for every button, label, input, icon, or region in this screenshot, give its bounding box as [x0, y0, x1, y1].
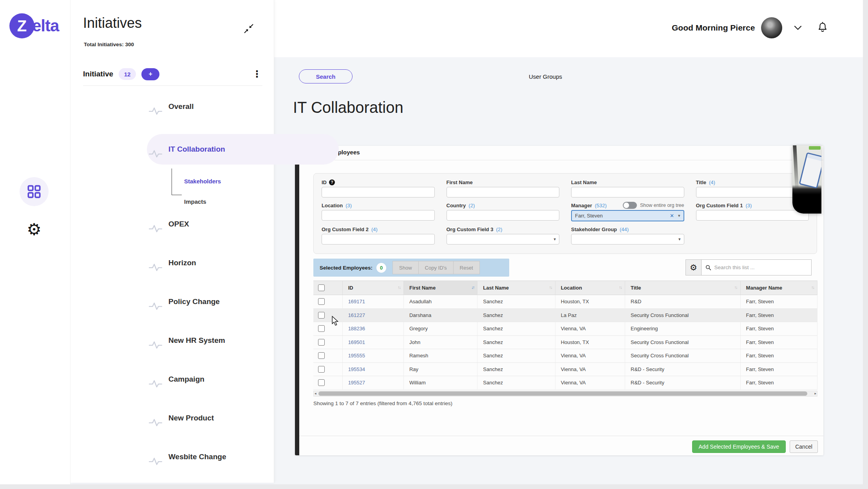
- list-search-input[interactable]: [714, 264, 807, 270]
- select-employees-card: Select Employees ID ? First Name Last Na…: [295, 146, 823, 455]
- id-input[interactable]: [322, 187, 435, 197]
- org-custom-field-3-select[interactable]: [447, 234, 560, 244]
- user-groups-tab[interactable]: User Groups: [529, 73, 562, 80]
- sidebar-item-new-hr-system[interactable]: New HR System: [149, 332, 333, 349]
- sidebar-item-label: OPEX: [168, 220, 189, 228]
- location-input[interactable]: [322, 210, 435, 221]
- footer-divider: [299, 436, 823, 436]
- add-initiative-button[interactable]: +: [141, 68, 159, 80]
- selected-count-badge: 0: [376, 263, 386, 273]
- page-vertical-scrollbar[interactable]: [863, 0, 868, 489]
- sidebar-item-wesbite-change[interactable]: Wesbite Change: [149, 448, 333, 465]
- table-horizontal-scrollbar[interactable]: ◂ ▸: [313, 391, 817, 397]
- sidebar-divider: [83, 85, 262, 86]
- settings-button[interactable]: ⚙: [20, 215, 49, 244]
- employee-id-link[interactable]: 188236: [342, 322, 403, 336]
- field-count-link[interactable]: (4): [709, 179, 715, 185]
- sort-icon: ↑↓: [734, 285, 737, 290]
- field-last-name: Last Name: [571, 179, 684, 197]
- col-last-name[interactable]: Last Name↑↓: [477, 281, 555, 295]
- scroll-right-arrow[interactable]: ▸: [814, 391, 816, 395]
- apps-grid-button[interactable]: [20, 177, 49, 206]
- table-settings-button[interactable]: ⚙: [685, 259, 701, 275]
- pulse-icon: [149, 418, 162, 427]
- sidebar-subitem-stakeholders[interactable]: Stakeholders: [184, 176, 221, 186]
- field-count-link[interactable]: (532): [595, 203, 606, 208]
- sidebar-item-opex[interactable]: OPEX: [149, 216, 333, 233]
- initiative-count-badge: 12: [119, 68, 136, 80]
- col-title[interactable]: Title↑↓: [625, 281, 741, 295]
- field-count-link[interactable]: (44): [620, 226, 629, 232]
- employee-id-link[interactable]: 195534: [342, 362, 403, 376]
- col-manager-name[interactable]: Manager Name↑↓: [740, 281, 817, 295]
- table-row[interactable]: 169171 Asadullah Sanchez Houston, TX R&D…: [313, 295, 817, 309]
- org-custom-field-1-input[interactable]: [696, 210, 809, 221]
- field-label: Org Custom Field 3: [447, 226, 494, 232]
- col-first-name[interactable]: First Name↓↑: [403, 281, 477, 295]
- kebab-menu-icon[interactable]: ⋮: [252, 69, 262, 79]
- field-stakeholder-group: Stakeholder Group (44) ▾: [571, 226, 684, 244]
- field-count-link[interactable]: (2): [468, 203, 475, 208]
- sidebar-item-new-product[interactable]: New Product: [149, 409, 333, 427]
- employee-id-link[interactable]: 161227: [342, 308, 403, 322]
- table-row[interactable]: 169501 John Sanchez Houston, TX Security…: [313, 335, 817, 349]
- sidebar-item-label: Horizon: [168, 259, 196, 267]
- field-label: Last Name: [571, 179, 597, 185]
- chevron-down-icon[interactable]: [794, 25, 802, 30]
- sidebar-item-policy-change[interactable]: Policy Change: [149, 293, 333, 310]
- sidebar-item-horizon[interactable]: Horizon: [149, 254, 333, 272]
- col-location[interactable]: Location↑↓: [555, 281, 625, 295]
- employee-id-link[interactable]: 169501: [342, 335, 403, 349]
- toggle-knob: [624, 203, 629, 208]
- search-icon: [705, 264, 711, 271]
- manager-select[interactable]: Farr, Steven ✕ ▾: [571, 210, 684, 221]
- clear-icon[interactable]: ✕: [670, 213, 674, 219]
- col-id[interactable]: ID↑↓: [342, 281, 403, 295]
- sidebar-item-campaign[interactable]: Campaign: [149, 371, 333, 388]
- employee-id-link[interactable]: 195527: [342, 376, 403, 390]
- stakeholder-group-select[interactable]: [571, 234, 684, 244]
- table-row[interactable]: 188236 Gregory Sanchez Vienna, VA Engine…: [313, 322, 817, 336]
- avatar[interactable]: [761, 17, 782, 38]
- field-count-link[interactable]: (4): [371, 226, 378, 232]
- scrollbar-thumb[interactable]: [318, 391, 807, 396]
- table-row[interactable]: 195555 Ramesh Sanchez Vienna, VA Securit…: [313, 349, 817, 363]
- org-custom-field-2-input[interactable]: [322, 234, 435, 244]
- row-checkbox[interactable]: [318, 352, 325, 359]
- zelta-logo[interactable]: Z elta: [9, 13, 59, 38]
- reset-button[interactable]: Reset: [453, 261, 480, 274]
- page-horizontal-scrollbar[interactable]: [0, 484, 868, 489]
- field-label: Location: [322, 203, 343, 208]
- show-button[interactable]: Show: [392, 261, 418, 274]
- field-count-link[interactable]: (2): [496, 226, 502, 232]
- toggle-label: Show entire org tree: [640, 203, 684, 208]
- sidebar-item-it-collaboration[interactable]: IT Collaboration: [149, 141, 333, 158]
- field-count-link[interactable]: (3): [745, 203, 752, 208]
- help-icon[interactable]: ?: [329, 179, 335, 185]
- scroll-left-arrow[interactable]: ◂: [315, 391, 316, 395]
- table-row[interactable]: 161227 Darshana Sanchez La Paz Security …: [313, 308, 817, 322]
- copy-ids-button[interactable]: Copy ID's: [418, 261, 453, 274]
- last-name-input[interactable]: [571, 187, 684, 197]
- first-name-input[interactable]: [447, 187, 560, 197]
- employee-id-link[interactable]: 195555: [342, 349, 403, 363]
- bell-icon[interactable]: [817, 22, 828, 34]
- select-all-checkbox[interactable]: [318, 284, 325, 291]
- employee-id-link[interactable]: 169171: [342, 295, 403, 309]
- list-search-box: [701, 259, 812, 275]
- sidebar-item-overall[interactable]: Overall: [149, 98, 333, 115]
- row-checkbox[interactable]: [318, 325, 325, 332]
- add-selected-employees-save-button[interactable]: Add Selected Employees & Save: [692, 440, 786, 453]
- collapse-panel-button[interactable]: [244, 24, 254, 34]
- field-label: Country: [447, 203, 466, 208]
- country-input[interactable]: [447, 210, 560, 221]
- table-row[interactable]: 195534 Ray Sanchez Vienna, VA R&D - Secu…: [313, 362, 817, 376]
- field-count-link[interactable]: (3): [345, 203, 352, 208]
- table-row[interactable]: 195527 William Sanchez Vienna, VA R&D - …: [313, 376, 817, 390]
- cancel-button[interactable]: Cancel: [790, 440, 818, 453]
- title-input[interactable]: [696, 187, 809, 197]
- sidebar-subitem-impacts[interactable]: Impacts: [184, 197, 206, 206]
- row-checkbox[interactable]: [318, 312, 325, 319]
- show-org-tree-toggle[interactable]: [623, 202, 637, 209]
- search-button[interactable]: Search: [299, 69, 353, 83]
